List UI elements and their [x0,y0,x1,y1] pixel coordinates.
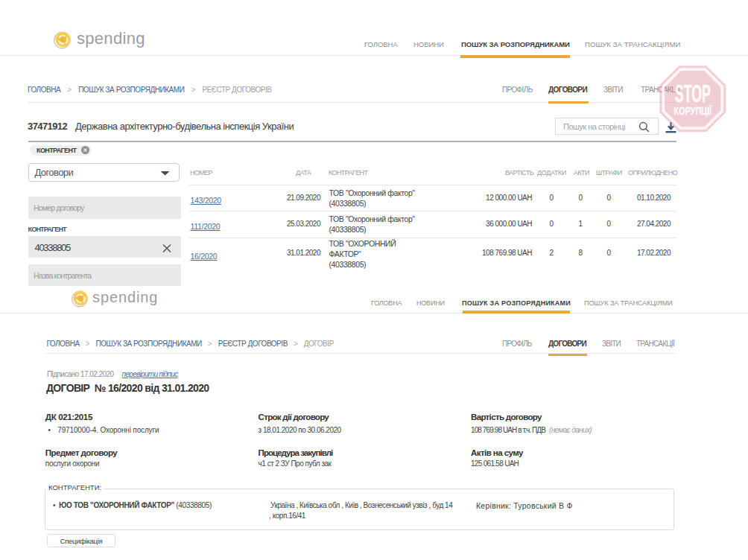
svg-text:КОРУПЦІЇ: КОРУПЦІЇ [673,104,712,117]
svg-text:STOP: STOP [675,80,711,107]
